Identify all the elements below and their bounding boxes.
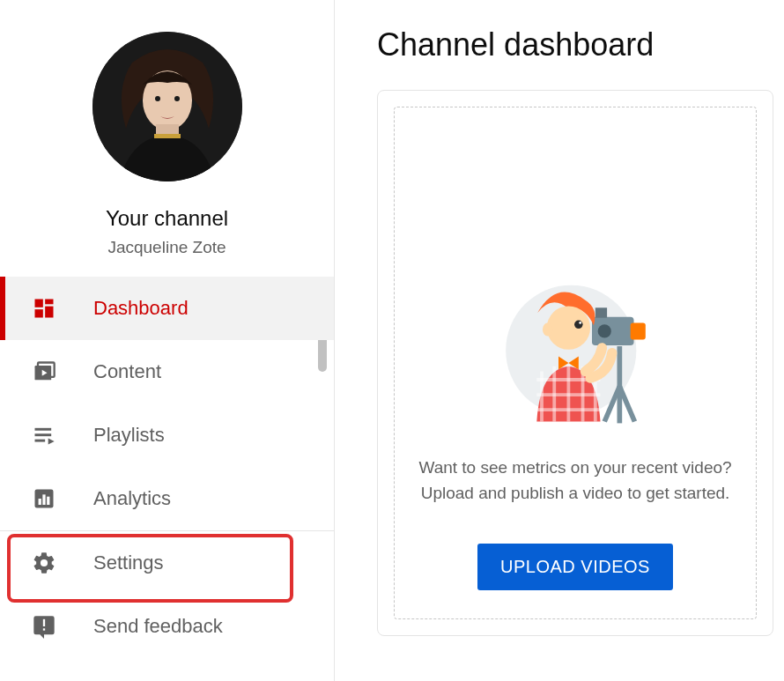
svg-rect-22: [43, 619, 45, 626]
content-icon: [32, 359, 93, 384]
svg-rect-31: [595, 307, 607, 317]
sidebar-item-content[interactable]: Content: [0, 340, 334, 403]
page-title: Channel dashboard: [377, 26, 784, 63]
card-text-line2: Upload and publish a video to get starte…: [409, 480, 743, 506]
upload-videos-button[interactable]: UPLOAD VIDEOS: [477, 544, 673, 590]
svg-rect-14: [35, 428, 52, 431]
channel-name: Jacqueline Zote: [107, 238, 226, 257]
sidebar-item-label: Analytics: [93, 487, 171, 510]
svg-point-34: [574, 320, 583, 329]
sidebar: Your channel Jacqueline Zote Dashboard C…: [0, 0, 335, 681]
dashboard-card-inner: Want to see metrics on your recent video…: [394, 107, 757, 619]
playlists-icon: [32, 423, 93, 448]
svg-rect-23: [43, 628, 45, 630]
svg-rect-6: [154, 134, 181, 138]
svg-rect-16: [35, 440, 46, 442]
svg-rect-15: [35, 433, 52, 436]
svg-point-3: [155, 96, 160, 101]
upload-illustration-icon: [492, 275, 659, 433]
svg-rect-30: [631, 322, 646, 339]
svg-rect-25: [618, 346, 623, 389]
app-root: Your channel Jacqueline Zote Dashboard C…: [0, 0, 784, 681]
sidebar-item-settings[interactable]: Settings: [0, 531, 334, 595]
dashboard-card: Want to see metrics on your recent video…: [377, 90, 773, 636]
svg-point-36: [543, 322, 552, 336]
svg-point-35: [579, 321, 581, 323]
svg-rect-10: [35, 309, 43, 317]
svg-point-4: [174, 96, 180, 101]
sidebar-item-dashboard[interactable]: Dashboard: [0, 277, 334, 340]
avatar-image-icon: [92, 32, 242, 181]
svg-rect-20: [42, 494, 45, 505]
analytics-icon: [32, 486, 93, 511]
avatar[interactable]: [92, 32, 242, 181]
sidebar-item-label: Settings: [93, 551, 164, 574]
svg-rect-9: [45, 307, 53, 318]
svg-rect-19: [39, 499, 41, 505]
sidebar-item-analytics[interactable]: Analytics: [0, 467, 334, 530]
sidebar-item-label: Playlists: [93, 424, 165, 447]
sidebar-item-feedback[interactable]: Send feedback: [0, 595, 334, 658]
svg-point-32: [598, 324, 611, 337]
feedback-icon: [32, 614, 93, 639]
settings-icon: [32, 551, 93, 575]
profile-block: Your channel Jacqueline Zote: [0, 0, 334, 277]
card-text-line1: Want to see metrics on your recent video…: [406, 455, 743, 480]
main-panel: Channel dashboard: [335, 0, 784, 681]
svg-rect-21: [47, 497, 49, 505]
sidebar-item-playlists[interactable]: Playlists: [0, 403, 334, 467]
sidebar-item-label: Dashboard: [93, 297, 189, 320]
nav-list: Dashboard Content Playlists Analytics: [0, 277, 334, 681]
svg-rect-8: [45, 300, 53, 305]
sidebar-item-label: Send feedback: [93, 615, 223, 638]
svg-marker-17: [48, 439, 55, 445]
svg-rect-7: [35, 300, 43, 307]
svg-point-33: [547, 306, 590, 349]
profile-heading: Your channel: [106, 206, 228, 231]
sidebar-item-label: Content: [93, 360, 161, 383]
dashboard-icon: [32, 296, 93, 321]
